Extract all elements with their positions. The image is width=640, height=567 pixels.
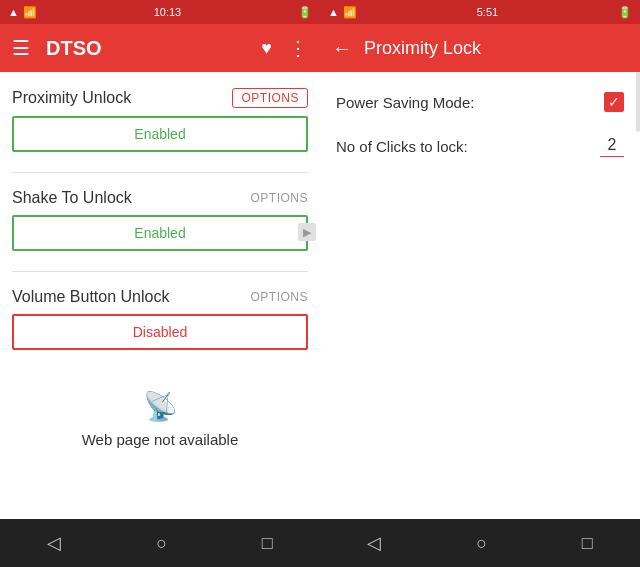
status-bar-right: ▲ 📶 5:51 🔋	[320, 0, 640, 24]
volume-unlock-status[interactable]: Disabled	[12, 314, 308, 350]
power-saving-mode-label: Power Saving Mode:	[336, 94, 474, 111]
recent-nav-icon-right[interactable]: □	[574, 525, 601, 562]
status-icons-left: ▲ 📶	[8, 6, 37, 19]
share-icon[interactable]: ▶	[298, 223, 316, 241]
shake-unlock-header: Shake To Unlock OPTIONS	[12, 189, 308, 207]
more-icon[interactable]: ⋮	[288, 36, 308, 60]
shake-unlock-title: Shake To Unlock	[12, 189, 132, 207]
power-saving-mode-checkbox[interactable]: ✓	[604, 92, 624, 112]
wifi-icon-right: 📶	[343, 6, 357, 19]
volume-unlock-title: Volume Button Unlock	[12, 288, 169, 306]
signal-icon-right: ▲	[328, 6, 339, 18]
wifi-icon: 📶	[23, 6, 37, 19]
proximity-unlock-header: Proximity Unlock OPTIONS	[12, 88, 308, 108]
no-of-clicks-row: No of Clicks to lock: 2	[336, 136, 624, 157]
divider-2	[12, 271, 308, 272]
scroll-indicator	[636, 72, 640, 132]
webpage-not-available-section: 📡 Web page not available	[12, 370, 308, 468]
content-right: Power Saving Mode: ✓ No of Clicks to loc…	[320, 72, 640, 519]
home-nav-icon-left[interactable]: ○	[148, 525, 175, 562]
heart-icon[interactable]: ♥	[261, 38, 272, 59]
shake-to-unlock-section: Shake To Unlock OPTIONS Enabled ▶	[12, 189, 308, 251]
status-icons-right: ▲ 📶	[328, 6, 357, 19]
toolbar-left: ☰ DTSO ♥ ⋮	[0, 24, 320, 72]
power-saving-mode-row: Power Saving Mode: ✓	[336, 92, 624, 112]
back-nav-icon-left[interactable]: ◁	[39, 524, 69, 562]
bottom-nav-right: ◁ ○ □	[320, 519, 640, 567]
status-bar-left: ▲ 📶 10:13 🔋	[0, 0, 320, 24]
battery-icon-left: 🔋	[298, 6, 312, 19]
wifi-off-icon: 📡	[143, 390, 178, 423]
divider-1	[12, 172, 308, 173]
bottom-nav-wrapper: ◁ ○ □ ◁ ○ □	[0, 519, 640, 567]
proximity-unlock-status[interactable]: Enabled	[12, 116, 308, 152]
proximity-unlock-title: Proximity Unlock	[12, 89, 131, 107]
page-title: Proximity Lock	[364, 38, 628, 59]
signal-icon: ▲	[8, 6, 19, 18]
menu-icon[interactable]: ☰	[12, 36, 30, 60]
left-panel: ▲ 📶 10:13 🔋 ☰ DTSO ♥ ⋮ Proximity Unlock	[0, 0, 320, 519]
back-button[interactable]: ←	[332, 37, 352, 60]
content-left: Proximity Unlock OPTIONS Enabled Shake T…	[0, 72, 320, 519]
shake-unlock-status[interactable]: Enabled	[12, 215, 308, 251]
proximity-unlock-options-button[interactable]: OPTIONS	[232, 88, 308, 108]
volume-button-unlock-section: Volume Button Unlock OPTIONS Disabled	[12, 288, 308, 350]
no-of-clicks-label: No of Clicks to lock:	[336, 138, 468, 155]
time-right: 5:51	[477, 6, 498, 18]
back-nav-icon-right[interactable]: ◁	[359, 524, 389, 562]
home-nav-icon-right[interactable]: ○	[468, 525, 495, 562]
recent-nav-icon-left[interactable]: □	[254, 525, 281, 562]
webpage-not-available-text: Web page not available	[82, 431, 239, 448]
time-left: 10:13	[154, 6, 182, 18]
proximity-unlock-section: Proximity Unlock OPTIONS Enabled	[12, 88, 308, 152]
battery-icon-right: 🔋	[618, 6, 632, 19]
bottom-nav-left: ◁ ○ □	[0, 519, 320, 567]
volume-unlock-options-button[interactable]: OPTIONS	[250, 290, 308, 304]
volume-unlock-header: Volume Button Unlock OPTIONS	[12, 288, 308, 306]
no-of-clicks-value[interactable]: 2	[600, 136, 624, 157]
right-panel: ▲ 📶 5:51 🔋 ← Proximity Lock Power Saving…	[320, 0, 640, 519]
app-title: DTSO	[46, 37, 245, 60]
toolbar-right: ← Proximity Lock	[320, 24, 640, 72]
shake-unlock-options-button[interactable]: OPTIONS	[250, 191, 308, 205]
